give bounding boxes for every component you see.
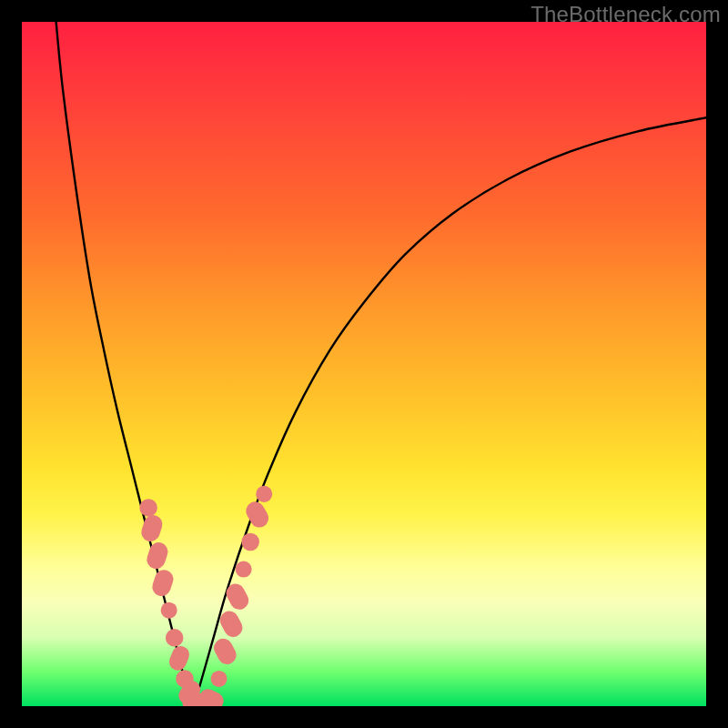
scatter-dot: [236, 561, 252, 578]
scatter-dot: [139, 499, 157, 517]
scatter-pill: [167, 643, 192, 672]
chart-svg: [22, 22, 706, 706]
scatter-pill: [223, 581, 252, 612]
chart-frame: TheBottleneck.com: [0, 0, 728, 728]
plot-area: [22, 22, 706, 706]
curve-layer: [56, 22, 706, 706]
scatter-pill: [243, 499, 272, 531]
scatter-layer: [139, 486, 273, 706]
scatter-pill: [210, 635, 239, 667]
scatter-pill: [145, 540, 170, 571]
scatter-dot: [241, 533, 259, 551]
scatter-pill: [139, 512, 165, 543]
scatter-dot: [166, 629, 184, 647]
right-branch-line: [193, 117, 706, 706]
scatter-dot: [256, 486, 272, 502]
scatter-pill: [150, 568, 176, 599]
scatter-dot: [211, 671, 228, 687]
scatter-dot: [161, 602, 177, 619]
